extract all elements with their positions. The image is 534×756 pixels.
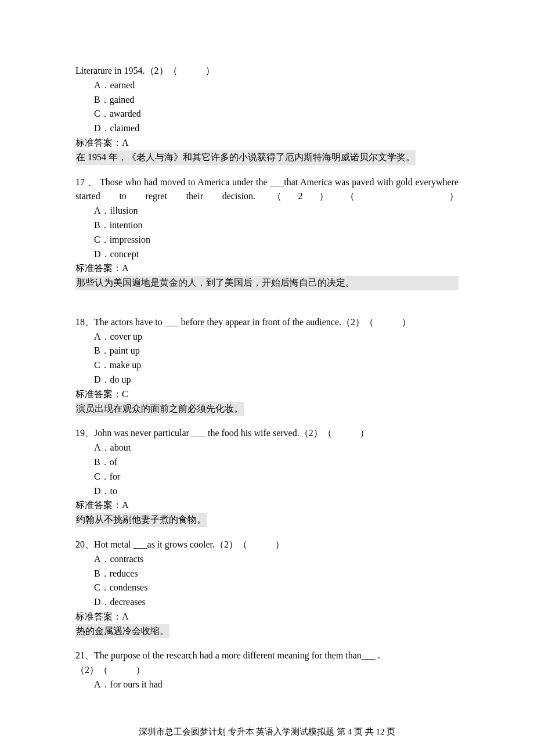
- question-19-option-c: C．for: [75, 470, 459, 484]
- question-17: 17 、 Those who had moved to America unde…: [75, 175, 459, 290]
- question-20-option-b: B．reduces: [75, 567, 459, 581]
- question-18-option-a: A．cover up: [75, 330, 459, 344]
- question-19-explanation: 约翰从不挑剔他妻子煮的食物。: [75, 513, 207, 527]
- question-16-option-c: C．awarded: [75, 107, 459, 121]
- question-18-options: A．cover up B．paint up C．make up D．do up: [75, 330, 459, 387]
- highlight-filler: [355, 276, 459, 290]
- question-19-option-a: A．about: [75, 441, 459, 455]
- question-16-option-a: A．earned: [75, 78, 459, 93]
- question-21-stem-line1: 21、The purpose of the research had a mor…: [75, 649, 459, 663]
- question-18: 18、The actors have to ___ before they ap…: [75, 315, 459, 416]
- question-20: 20、Hot metal ___as it grows cooler.（2）（ …: [75, 538, 459, 639]
- question-18-explanation-row: 演员出现在观众的面前之前必须先化妆。: [75, 402, 459, 416]
- question-20-option-d: D．decreases: [75, 595, 459, 610]
- question-17-option-a: A．illusion: [75, 204, 459, 218]
- question-18-explanation: 演员出现在观众的面前之前必须先化妆。: [75, 402, 244, 416]
- question-16-stem: Literature in 1954.（2）（ ）: [75, 64, 459, 78]
- question-20-explanation-row: 热的金属遇冷会收缩。: [75, 624, 459, 639]
- question-17-option-d: D．concept: [75, 247, 459, 262]
- question-19-option-d: D．to: [75, 484, 459, 499]
- question-17-option-c: C．impression: [75, 233, 459, 247]
- exam-page: Literature in 1954.（2）（ ） A．earned B．gai…: [0, 0, 534, 756]
- question-21-options: A．for ours it had: [75, 678, 459, 692]
- question-19-stem: 19、John was never particular ___ the foo…: [75, 426, 459, 441]
- question-18-stem: 18、The actors have to ___ before they ap…: [75, 315, 459, 330]
- question-20-answer: 标准答案：A: [75, 610, 459, 624]
- question-17-option-b: B．intention: [75, 218, 459, 233]
- question-20-stem: 20、Hot metal ___as it grows cooler.（2）（ …: [75, 538, 459, 552]
- question-21-stem-line2: （2）（ ）: [75, 663, 459, 678]
- question-16-option-b: B．gained: [75, 93, 459, 107]
- page-footer: 深圳市总工会圆梦计划 专升本 英语入学测试模拟题 第 4 页 共 12 页: [0, 725, 534, 739]
- question-16: Literature in 1954.（2）（ ） A．earned B．gai…: [75, 64, 459, 165]
- question-19: 19、John was never particular ___ the foo…: [75, 426, 459, 527]
- question-20-options: A．contracts B．reduces C．condenses D．decr…: [75, 552, 459, 610]
- question-18-option-b: B．paint up: [75, 344, 459, 358]
- question-18-option-c: C．make up: [75, 358, 459, 373]
- question-20-option-a: A．contracts: [75, 552, 459, 567]
- question-19-option-b: B．of: [75, 455, 459, 470]
- question-19-answer: 标准答案：A: [75, 498, 459, 513]
- question-21-option-a: A．for ours it had: [75, 678, 459, 692]
- question-20-explanation: 热的金属遇冷会收缩。: [75, 624, 169, 639]
- question-19-options: A．about B．of C．for D．to: [75, 441, 459, 498]
- question-18-option-d: D．do up: [75, 373, 459, 387]
- question-18-answer: 标准答案：C: [75, 387, 459, 402]
- question-16-explanation-row: 在 1954 年，《老人与海》和其它许多的小说获得了厄内斯特海明威诺贝尔文学奖。: [75, 150, 459, 165]
- question-17-stem: 17 、 Those who had moved to America unde…: [75, 175, 459, 204]
- question-17-explanation: 那些认为美国遍地是黄金的人，到了美国后，开始后悔自己的决定。: [75, 276, 355, 290]
- question-16-answer: 标准答案：A: [75, 136, 459, 150]
- question-17-options: A．illusion B．intention C．impression D．co…: [75, 204, 459, 261]
- question-17-answer: 标准答案：A: [75, 261, 459, 276]
- question-16-explanation: 在 1954 年，《老人与海》和其它许多的小说获得了厄内斯特海明威诺贝尔文学奖。: [75, 150, 416, 165]
- question-19-explanation-row: 约翰从不挑剔他妻子煮的食物。: [75, 513, 459, 527]
- question-17-explanation-row: 那些认为美国遍地是黄金的人，到了美国后，开始后悔自己的决定。: [75, 276, 459, 290]
- question-20-option-c: C．condenses: [75, 581, 459, 595]
- question-16-options: A．earned B．gained C．awarded D．claimed: [75, 78, 459, 136]
- question-21: 21、The purpose of the research had a mor…: [75, 649, 459, 692]
- question-16-option-d: D．claimed: [75, 121, 459, 136]
